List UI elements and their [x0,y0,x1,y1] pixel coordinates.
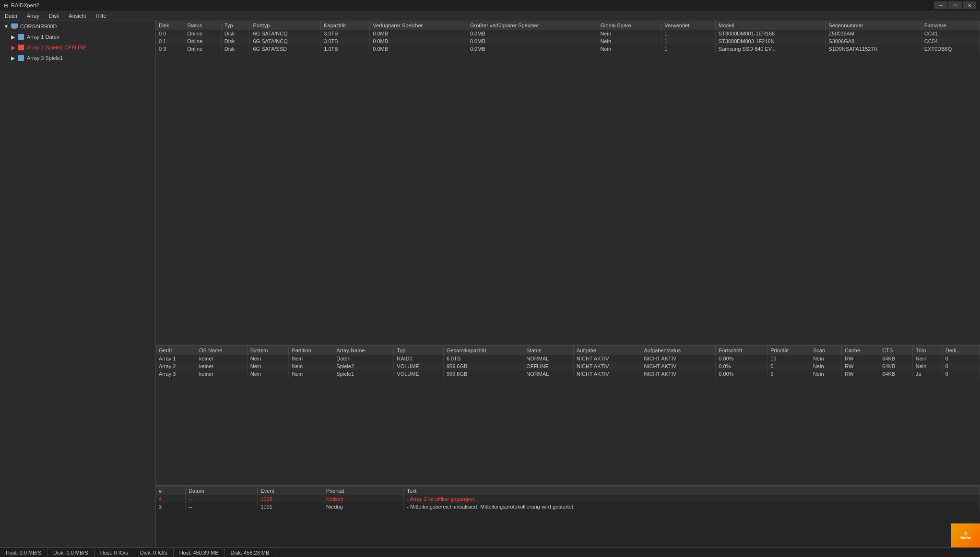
disk-row-0[interactable]: 0 0OnlineDisk6G SATA/NCQ3.0TB0.0MB0.0MBN… [156,30,980,37]
disk-cell-2-8: 1 [661,45,716,53]
content-area: Disk Status Typ Porttyp Kapazität Verfüg… [156,21,980,547]
array-cell-1-16: 0 [942,362,980,370]
array-cell-2-13: RW [842,370,879,378]
sidebar-item-corsair[interactable]: ▼ CORSAIR900D [0,21,155,32]
arr-col-osname: OS Name [196,346,248,355]
disk-cell-0-9: ST3000DM001-1ER166 [715,30,826,37]
array-cell-2-9: NICHT AKTIV [641,370,716,378]
status-disk-mb: Disk: 0.0 MB/S [47,548,94,557]
array-cell-0-15: Nein [912,355,942,362]
disk-cell-2-3: 6G SATA/SSD [250,45,321,53]
array-row-2[interactable]: Array 3keinerNeinNeinSpiele1VOLUME999.6G… [156,370,980,378]
menu-bar: Datei Array Disk Ansicht Hilfe [0,11,980,21]
expand-arrow-array2: ▶ [10,44,16,51]
close-button[interactable]: ✕ [963,1,976,9]
array-cell-2-8: NICHT AKTIV [573,370,641,378]
log-col-text: Text [404,487,980,495]
log-cell-0-0: 4 [156,495,186,503]
col-porttyp: Porttyp [250,21,321,30]
menu-datei[interactable]: Datei [0,11,22,21]
array-cell-0-1: keiner [196,355,248,362]
col-disk: Disk [156,21,184,30]
array3-icon [17,54,25,62]
malware-icon: ⚠ [964,531,968,535]
arr-col-arrayname: Array-Name [333,346,394,355]
disk-cell-1-10: S3006GA8 [826,37,921,45]
sidebar-item-array3[interactable]: ▶ Array 3 Spiele1 [0,53,155,63]
disk-cell-0-7: Nein [597,30,661,37]
array-cell-0-12: Nein [810,355,841,362]
array-cell-1-7: OFFLINE [523,362,574,370]
col-modell: Modell [715,21,826,30]
minimize-button[interactable]: ─ [934,1,947,9]
col-typ: Typ [221,21,250,30]
disk-row-2[interactable]: 0 3OnlineDisk6G SATA/SSD1.0TB0.0MB0.0MBN… [156,45,980,53]
title-bar: ⊞ RAIDXpert2 ─ □ ✕ [0,0,980,11]
array-cell-0-8: NICHT AKTIV [573,355,641,362]
malware-badge[interactable]: ⚠ Malw [951,523,980,547]
log-cell-1-2: 1001 [258,503,323,511]
col-kapazitaet: Kapazität [321,21,370,30]
menu-hilfe[interactable]: Hilfe [91,11,111,21]
array-cell-1-1: keiner [196,362,248,370]
arr-col-aufgabenstatus: Aufgabenstatus [641,346,716,355]
menu-array[interactable]: Array [22,11,44,21]
array-cell-2-1: keiner [196,370,248,378]
status-disk-io: Disk: 0 IO/s [134,548,174,557]
status-disk-total: Disk: 458.23 MB [225,548,276,557]
array-cell-1-14: 64KB [879,362,913,370]
log-row-1[interactable]: 3--1001Niedrig- Mitteilungsbereich initi… [156,503,980,511]
disk-cell-0-6: 0.0MB [467,30,597,37]
arr-col-system: System [247,346,289,355]
menu-disk[interactable]: Disk [44,11,64,21]
array-cell-1-10: 0.0% [716,362,767,370]
disk-cell-0-4: 3.0TB [321,30,370,37]
expand-arrow-corsair: ▼ [3,23,10,30]
array1-icon [17,33,25,41]
disk-cell-2-0: 0 3 [156,45,184,53]
svg-rect-2 [12,29,17,29]
array-row-1[interactable]: Array 2keinerNeinNeinSpiele2VOLUME959.6G… [156,362,980,370]
sidebar: ▼ CORSAIR900D ▶ Array 1 Daten ▶ Array [0,21,156,547]
array-cell-0-4: Daten [333,355,394,362]
menu-ansicht[interactable]: Ansicht [64,11,91,21]
disk-cell-1-0: 0 1 [156,37,184,45]
disk-panel: Disk Status Typ Porttyp Kapazität Verfüg… [156,21,980,346]
disk-cell-0-0: 0 0 [156,30,184,37]
expand-arrow-array3: ▶ [10,55,16,61]
array-cell-1-4: Spiele2 [333,362,394,370]
array-cell-2-3: Nein [289,370,333,378]
array-cell-1-15: Nein [912,362,942,370]
sidebar-item-array1[interactable]: ▶ Array 1 Daten [0,32,155,42]
disk-cell-2-1: Online [184,45,222,53]
log-col-prioritaet: Priorität [323,487,404,495]
array-cell-1-11: 0 [767,362,810,370]
array-cell-1-2: Nein [247,362,289,370]
array-panel: Gerät OS Name System Partition Array-Nam… [156,346,980,485]
disk-cell-2-2: Disk [221,45,250,53]
array-cell-2-16: 0 [942,370,980,378]
maximize-button[interactable]: □ [948,1,962,9]
disk-table-header: Disk Status Typ Porttyp Kapazität Verfüg… [156,21,980,30]
disk-cell-0-2: Disk [221,30,250,37]
disk-cell-1-11: CC54 [921,37,980,45]
log-row-0[interactable]: 4--1016Kritisch- Array 2 ist offline geg… [156,495,980,503]
log-table-header: # Datum Event Priorität Text [156,487,980,495]
array-cell-2-7: NORMAL [523,370,574,378]
col-firmware: Firmware [921,21,980,30]
disk-cell-1-8: 1 [661,37,716,45]
array-cell-2-14: 64KB [879,370,913,378]
disk-cell-2-4: 1.0TB [321,45,370,53]
array-cell-2-11: 9 [767,370,810,378]
status-bar: Host: 0.0 MB/S Disk: 0.0 MB/S Host: 0 IO… [0,547,980,557]
disk-cell-1-9: ST3000DM003-1F216N [715,37,826,45]
array-cell-1-0: Array 2 [156,362,196,370]
array-row-0[interactable]: Array 1keinerNeinNeinDatenRAID06.0TBNORM… [156,355,980,362]
arr-col-cts: CTS [879,346,913,355]
arr-col-trim: Trim [912,346,942,355]
sidebar-item-array2[interactable]: ▶ Array 2 Spiele2 OFFLINE [0,42,155,53]
status-host-io: Host: 0 IO/s [94,548,134,557]
array-cell-2-12: Nein [810,370,841,378]
disk-row-1[interactable]: 0 1OnlineDisk6G SATA/NCQ3.0TB0.0MB0.0MBN… [156,37,980,45]
log-area: # Datum Event Priorität Text 4--1016Krit… [156,485,980,547]
